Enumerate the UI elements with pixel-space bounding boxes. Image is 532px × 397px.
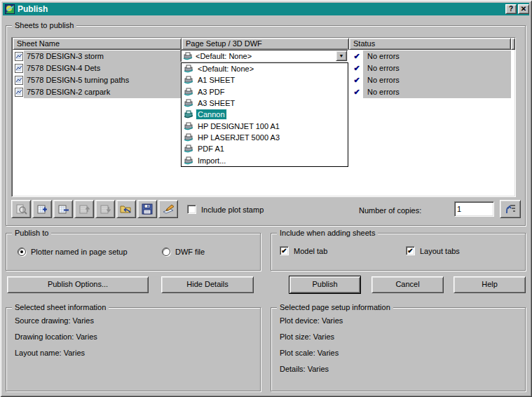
plot-device-line: Plot device: Varies — [280, 316, 343, 325]
status-cell: No errors — [363, 74, 511, 86]
layout-tabs-label: Layout tabs — [420, 247, 460, 255]
dropdown-option[interactable]: A3 PDF — [182, 86, 348, 97]
dropdown-option[interactable]: HP LASERJET 5000 A3 — [182, 132, 348, 143]
model-tab-label: Model tab — [294, 247, 327, 255]
radio-plotter-label: Plotter named in page setup — [31, 248, 128, 256]
dropdown-option-label: PDF A1 — [196, 144, 226, 154]
dropdown-option[interactable]: Import... — [182, 155, 348, 166]
status-cell: No errors — [363, 62, 511, 74]
move-sheet-down-button[interactable] — [95, 200, 115, 218]
number-of-copies-stepper[interactable]: ▲ ▼ — [454, 201, 494, 217]
printer-icon — [184, 65, 193, 73]
include-when-adding-group: Include when adding sheets ✔ Model tab ✔… — [271, 233, 526, 271]
dropdown-option-label: A1 SHEET — [196, 75, 236, 85]
radio-button — [162, 248, 170, 256]
layout-sheet-icon — [15, 76, 24, 85]
column-header-sheet-name[interactable]: Sheet Name — [13, 38, 182, 50]
layout-name-line: Layout name: Varies — [15, 349, 85, 357]
printer-icon — [184, 99, 193, 107]
hide-details-button[interactable]: Hide Details — [161, 276, 254, 293]
radio-plotter-named[interactable]: Plotter named in page setup — [18, 248, 128, 256]
window-title: Publish — [18, 4, 48, 14]
printer-icon — [184, 76, 193, 84]
model-tab-checkbox[interactable]: ✔ Model tab — [280, 246, 327, 255]
printer-icon — [184, 122, 193, 130]
include-plot-stamp-box — [187, 205, 196, 214]
radio-button-selected — [18, 248, 26, 256]
plot-stamp-icon — [162, 203, 175, 215]
move-down-icon — [100, 203, 111, 215]
dropdown-option-label: HP LASERJET 5000 A3 — [196, 133, 281, 142]
publish-button[interactable]: Publish — [289, 276, 361, 294]
add-sheets-button[interactable] — [32, 200, 52, 218]
layout-sheet-icon — [15, 64, 24, 73]
publish-options-button[interactable]: Publish Options... — [7, 276, 149, 293]
plot-order-button[interactable] — [500, 200, 521, 218]
dropdown-option[interactable]: PDF A1 — [182, 143, 348, 154]
dropdown-option-label: A3 SHEET — [196, 98, 236, 108]
dropdown-option[interactable]: <Default: None> — [182, 63, 348, 74]
sheet-name-cell: 7578 DESIGN-5 turning paths — [24, 74, 182, 86]
status-check-icon: ✔ — [352, 74, 362, 86]
load-sheet-list-button[interactable] — [116, 200, 136, 218]
dropdown-option-label: A3 PDF — [196, 87, 226, 97]
printer-icon — [183, 52, 193, 60]
titlebar: Publish — [3, 3, 529, 15]
preview-icon — [15, 203, 27, 215]
remove-sheets-button[interactable] — [53, 200, 73, 218]
details-line: Details: Varies — [280, 365, 329, 373]
selected-page-setup-info-label: Selected page setup information — [277, 303, 393, 311]
sheets-group-label: Sheets to publish — [12, 21, 76, 29]
add-sheets-icon — [36, 203, 48, 215]
column-header-filler — [511, 38, 515, 50]
dropdown-option[interactable]: A1 SHEET — [182, 74, 348, 86]
page-setup-dropdown-list: <Default: None> A1 SHEET A3 PDF A3 SHEET… — [181, 62, 348, 167]
radio-dwf-label: DWF file — [175, 248, 205, 256]
open-folder-icon — [120, 203, 132, 215]
arrow-up-lines-icon — [504, 203, 517, 215]
help-button[interactable]: Help — [453, 276, 526, 293]
status-cell: No errors — [363, 86, 511, 98]
dropdown-option-label: Cannon — [196, 109, 226, 119]
model-tab-box: ✔ — [280, 246, 289, 255]
dropdown-option[interactable]: A3 SHEET — [182, 97, 348, 109]
layout-sheet-icon — [15, 88, 24, 97]
close-button[interactable]: ✕ — [518, 4, 529, 14]
drawing-location-line: Drawing location: Varies — [15, 332, 97, 341]
include-plot-stamp-checkbox[interactable]: Include plot stamp — [187, 205, 264, 214]
move-sheet-up-button[interactable] — [74, 200, 94, 218]
cancel-button[interactable]: Cancel — [371, 276, 444, 293]
publish-to-label: Publish to — [12, 229, 51, 237]
status-cell: No errors — [363, 51, 511, 62]
publish-to-group: Publish to Plotter named in page setup D… — [6, 233, 261, 271]
dropdown-option-label: <Default: None> — [196, 64, 255, 74]
column-header-status[interactable]: Status — [349, 38, 511, 50]
plot-size-line: Plot size: Varies — [280, 332, 334, 341]
chevron-down-icon[interactable]: ▼ — [336, 51, 347, 61]
column-header-page-setup[interactable]: Page Setup / 3D DWF — [182, 38, 349, 50]
layout-tabs-checkbox[interactable]: ✔ Layout tabs — [406, 246, 460, 255]
layout-sheet-icon — [15, 52, 24, 61]
help-titlebar-button[interactable]: ? — [505, 4, 517, 14]
printer-icon — [184, 133, 193, 142]
dropdown-option-highlighted[interactable]: Cannon — [182, 109, 348, 120]
printer-icon — [184, 156, 193, 165]
number-of-copies-label: Number of copies: — [359, 206, 421, 215]
preview-button[interactable] — [11, 200, 31, 218]
sheet-name-cell: 7578 DESIGN-4 Dets — [24, 62, 182, 74]
include-plot-stamp-label: Include plot stamp — [201, 206, 264, 214]
save-sheet-list-button[interactable] — [137, 200, 157, 218]
dropdown-option[interactable]: HP DESIGNJET 100 A1 — [182, 121, 348, 132]
selected-page-setup-info-group: Selected page setup information Plot dev… — [271, 307, 526, 391]
selected-sheet-info-group: Selected sheet information Source drawin… — [6, 307, 261, 391]
page-setup-combobox[interactable]: <Default: None> ▼ — [180, 49, 348, 62]
printer-icon — [184, 110, 193, 119]
printer-icon — [184, 88, 193, 96]
app-icon — [5, 4, 15, 14]
plot-scale-line: Plot scale: Varies — [280, 349, 339, 357]
radio-dwf-file[interactable]: DWF file — [162, 248, 205, 256]
include-when-adding-label: Include when adding sheets — [277, 229, 378, 237]
publish-dialog: Publish ? ✕ Sheets to publish Sheet Name… — [0, 0, 532, 397]
status-check-icon: ✔ — [352, 86, 362, 98]
plot-stamp-settings-button[interactable] — [158, 200, 178, 218]
